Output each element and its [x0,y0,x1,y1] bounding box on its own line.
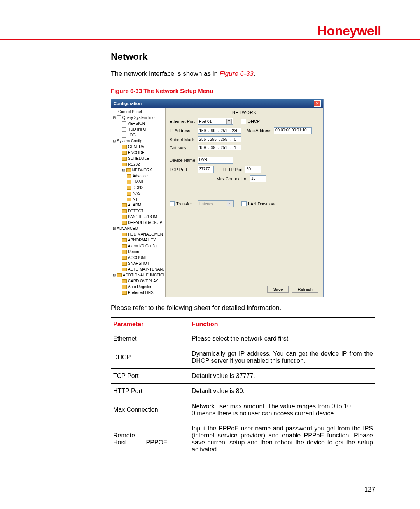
tree-card-overlay[interactable]: CARD OVERLAY [112,278,164,284]
ip-address-input[interactable]: 159 99 251 230 [198,128,241,134]
tree-advanced[interactable]: ⊟ ADVANCED [112,226,164,231]
tree-account[interactable]: ACCOUNT [112,255,164,261]
func-cell: Default value is 37777. [189,369,375,384]
tcp-port-input[interactable]: 37777 [198,166,214,173]
transfer-value: Latency [200,202,213,206]
tree-additional-function[interactable]: ⊟ ADDTIONAL FUNCTION [112,272,164,278]
param-remote-host: Remote Host [113,432,144,446]
refresh-button[interactable]: Refresh [292,286,318,293]
lan-download-label: LAN Download [248,201,276,206]
parameter-table: Parameter Function Ethernet Please selec… [111,317,375,457]
tree-ntp[interactable]: NTP [112,196,164,202]
param-cell: Max Connection [111,399,189,421]
tree-encode[interactable]: ENCODE [112,150,164,156]
tree-snapshot[interactable]: SNAPSHOT [112,261,164,266]
table-row: DHCP Dynamically get IP address. You can… [111,346,375,369]
chevron-down-icon: ▾ [227,201,232,206]
tree-alarm-io[interactable]: Alarm I/O Config [112,243,164,249]
tree-control-panel[interactable]: Control Panel [112,109,164,115]
tree-hdd-info[interactable]: HDD INFO [112,126,164,132]
param-cell: HTTP Port [111,384,189,399]
ethernet-port-select[interactable]: Port 01 ▾ [198,118,233,125]
nav-tree: Control Panel ⊟ Query System Info VERSIO… [111,108,166,297]
func-cell: Default value is 80. [189,384,375,399]
tree-detect[interactable]: DETECT [112,208,164,214]
param-pppoe: PPPOE [146,439,167,446]
func-cell: Please select the network card first. [189,331,375,346]
table-header-parameter: Parameter [111,318,189,331]
tree-auto-register[interactable]: Auto Register [112,284,164,290]
section-heading: Network [111,51,375,62]
device-name-input[interactable]: DVR [198,157,233,164]
transfer-select: Latency ▾ [198,200,234,207]
chevron-down-icon[interactable]: ▾ [226,119,232,124]
param-cell: Ethernet [111,331,189,346]
tree-ddns[interactable]: DDNS [112,185,164,191]
intro-text: The network interface is shown as in Fig… [111,70,375,78]
transfer-label: Transfer [176,201,198,206]
func-cell: Dynamically get IP address. You can get … [189,346,375,369]
max-connection-label: Max Connection [216,177,250,181]
tree-alarm[interactable]: ALARM [112,202,164,208]
ip-address-label: IP Address [170,128,198,133]
tree-ptz[interactable]: PAN/TILT/ZOOM [112,214,164,220]
func-cell: Network user max amount. The value range… [189,399,375,421]
tree-record[interactable]: Record [112,249,164,255]
after-figure-text: Please refer to the following sheet for … [111,304,375,312]
table-row: Ethernet Please select the network card … [111,331,375,346]
tree-preferred-dns[interactable]: Preferred DNS [112,290,164,296]
tree-abnormality[interactable]: ABNORMALITY [112,237,164,243]
func-cell: Input the PPPoE user name and password y… [189,421,375,457]
brand-logo: Honeywell [317,23,381,38]
http-port-input[interactable]: 80 [245,166,261,173]
tree-default-backup[interactable]: DEFAULT/BACKUP [112,220,164,226]
table-row: Max Connection Network user max amount. … [111,399,375,421]
figure-caption: Figure 6-33 The Network Setup Menu [111,87,375,94]
save-button[interactable]: Save [267,286,289,293]
http-port-label: HTTP Port [219,167,245,172]
window-titlebar: Configuration ✕ [111,99,323,108]
lan-download-checkbox[interactable] [242,201,247,206]
table-header-function: Function [189,318,375,331]
tree-general[interactable]: GENERAL [112,144,164,150]
table-row: TCP Port Default value is 37777. [111,369,375,384]
tree-hdd-mgmt[interactable]: HDD MANAGEMENT [112,231,164,237]
mac-address-label: Mac Address [247,128,274,133]
tree-log[interactable]: LOG [112,132,164,138]
intro-prefix: The network interface is shown as in [111,70,220,77]
transfer-checkbox[interactable] [170,201,175,206]
subnet-label: Subnet Mask [170,137,198,142]
mac-address-input[interactable]: 00:00:00:00:01:10 [274,127,312,134]
tree-nas[interactable]: NAS [112,191,164,196]
param-cell: DHCP [111,346,189,369]
gateway-input[interactable]: 159 99 251 1 [198,145,241,150]
ethernet-port-label: Ethernet Port [170,119,198,124]
ethernet-port-value: Port 01 [199,119,212,124]
table-row: HTTP Port Default value is 80. [111,384,375,399]
tcp-port-label: TCP Port [170,167,198,172]
window-title: Configuration [114,101,142,106]
param-cell: TCP Port [111,369,189,384]
gateway-label: Gateway [170,145,198,150]
tree-query[interactable]: ⊟ Query System Info [112,115,164,121]
dhcp-label: DHCP [248,119,260,124]
configuration-window: Configuration ✕ Control Panel ⊟ Query Sy… [111,99,324,297]
subnet-input[interactable]: 255 255 255 0 [198,136,241,142]
dhcp-checkbox[interactable] [241,119,246,124]
tree-network[interactable]: ⊟ NETWORK [112,167,164,173]
tree-version[interactable]: VERSION [112,121,164,126]
tree-schedule[interactable]: SCHEDULE [112,156,164,161]
close-icon[interactable]: ✕ [314,100,321,107]
tree-advance[interactable]: Advance [112,173,164,179]
tree-system-config[interactable]: ⊟ System Config [112,138,164,144]
max-connection-input[interactable]: 10 [250,175,266,182]
tree-rs232[interactable]: RS232 [112,161,164,167]
param-cell: Remote Host PPPOE [111,421,189,457]
panel-title: NETWORK [170,110,319,115]
page-number: 127 [364,486,375,493]
intro-suffix: . [254,70,256,77]
device-name-label: Device Name [170,158,198,163]
settings-panel: NETWORK Ethernet Port Port 01 ▾ DHCP IP … [166,108,323,297]
tree-email[interactable]: EMAIL [112,179,164,185]
tree-auto-maint[interactable]: AUTO MAINTENANCE [112,266,164,272]
